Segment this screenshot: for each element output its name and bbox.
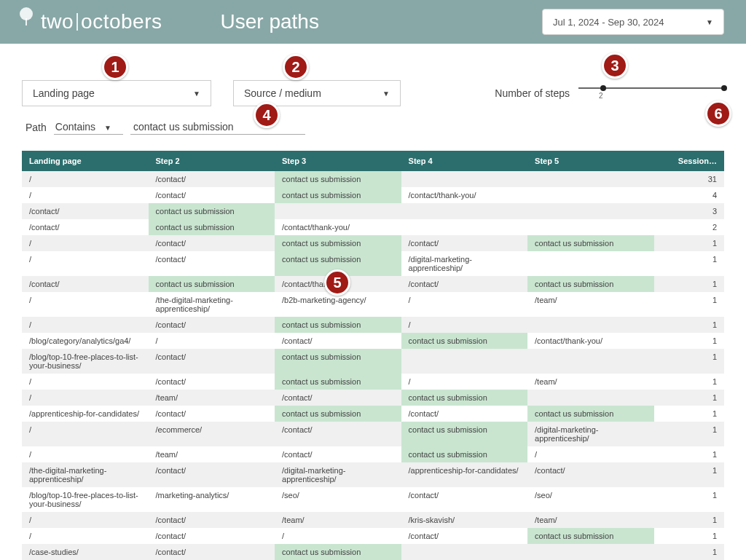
steps-slider[interactable]: 2 [578,87,724,89]
path-cell: /contact/ [401,528,528,544]
path-cell: /marketing-analytics/ [149,487,275,512]
path-cell: /contact/ [149,406,275,422]
column-header[interactable]: Step 2 [149,151,275,171]
table-row: /blog/top-10-free-places-to-list-your-bu… [22,487,724,512]
annotation-badge-6: 6 [705,100,731,127]
logo-word-2: octobers [81,10,162,33]
date-range-text: Jul 1, 2024 - Sep 30, 2024 [553,17,664,28]
path-cell: / [149,333,275,349]
sessions-cell: 1 [654,390,724,406]
column-header[interactable]: Step 3 [275,151,401,171]
path-cell: /contact/ [149,528,275,544]
column-header[interactable]: Landing page [22,151,149,171]
table-row: //contact/contact us submission/digital-… [22,251,724,276]
path-cell: /team/ [527,292,654,317]
path-cell: contact us submission [275,317,401,333]
sessions-cell: 1 [654,374,724,390]
path-cell: /contact/ [22,276,149,292]
table-row: //contact/contact us submission/contact/… [22,235,724,251]
path-cell: /team/ [527,374,654,390]
path-cell: contact us submission [275,406,401,422]
column-header[interactable]: Step 5 [527,151,654,171]
path-cell: contact us submission [527,528,654,544]
path-cell: contact us submission [401,422,528,446]
annotation-badge-3: 3 [602,52,628,79]
table-row: //contact/contact us submission/1 [22,317,724,333]
path-cell: /contact/thank-you/ [401,187,528,203]
path-cell: contact us submission [275,187,401,203]
path-cell: contact us submission [149,276,275,292]
table-row: //contact///contact/contact us submissio… [22,528,724,544]
path-cell [401,349,528,374]
path-cell: /ecommerce/ [149,422,275,446]
table-row: //contact/contact us submission31 [22,171,724,187]
path-cell: contact us submission [527,276,654,292]
paths-table-wrap: Landing pageStep 2Step 3Step 4Step 5Sess… [22,151,724,560]
filter-operator-value: Contains [55,121,95,133]
annotation-badge-4: 4 [254,102,280,128]
path-cell: / [22,422,149,446]
path-cell: contact us submission [275,544,401,560]
table-header: Landing pageStep 2Step 3Step 4Step 5Sess… [22,151,724,171]
sessions-cell: 1 [654,462,724,487]
page-title: User paths [220,10,318,33]
path-cell: /apprenticeship-for-candidates/ [22,406,149,422]
path-cell [527,219,654,235]
sessions-cell: 3 [654,203,724,219]
path-cell: / [22,446,149,462]
sessions-cell: 1 [654,487,724,512]
table-row: /contact/contact us submission3 [22,203,724,219]
path-cell: contact us submission [401,390,528,406]
path-cell [401,544,528,560]
path-cell: /case-studies/ [22,544,149,560]
path-filter-row: Path Contains ▼ contact us submission [0,114,746,141]
path-cell: / [22,251,149,276]
path-cell: / [22,187,149,203]
path-cell: / [22,292,149,317]
chevron-down-icon: ▼ [706,18,713,26]
table-row: //contact//team//kris-skavish//team/1 [22,512,724,528]
filter-operator-select[interactable]: Contains ▼ [54,119,123,135]
path-cell: contact us submission [149,203,275,219]
column-header[interactable]: Step 4 [401,151,528,171]
dimension-1-select[interactable]: Landing page ▼ [22,80,211,106]
path-cell: /contact/ [149,235,275,251]
path-cell: contact us submission [401,446,528,462]
path-cell: /team/ [275,512,401,528]
filter-value-input[interactable]: contact us submission [130,119,305,135]
path-cell: /contact/thank-you/ [527,333,654,349]
sessions-cell: 1 [654,422,724,446]
table-row: //team//contact/contact us submission1 [22,390,724,406]
column-header[interactable]: Session… [654,151,724,171]
path-cell: /seo/ [275,487,401,512]
chevron-down-icon: ▼ [104,124,111,132]
path-cell: / [275,528,401,544]
date-range-picker[interactable]: Jul 1, 2024 - Sep 30, 2024 ▼ [542,9,724,35]
path-cell [527,251,654,276]
path-cell [527,171,654,187]
path-cell: /contact/ [149,317,275,333]
path-cell: /contact/ [401,276,528,292]
sessions-cell: 1 [654,528,724,544]
path-cell: /contact/ [149,349,275,374]
path-cell: /contact/ [149,171,275,187]
path-cell: / [22,374,149,390]
paths-table: Landing pageStep 2Step 3Step 4Step 5Sess… [22,151,724,560]
path-cell: /team/ [149,390,275,406]
dimension-2-select[interactable]: Source / medium ▼ [233,80,401,106]
slider-tick-min: 2 [599,92,603,100]
path-cell: / [22,171,149,187]
table-row: /blog/top-10-free-places-to-list-your-bu… [22,349,724,374]
path-cell [275,203,401,219]
path-cell: contact us submission [275,349,401,374]
table-row: //the-digital-marketing-apprenticeship//… [22,292,724,317]
dimension-1-value: Landing page [33,87,95,99]
path-cell: /b2b-marketing-agency/ [275,292,401,317]
path-cell: /contact/ [275,446,401,462]
slider-knob-max[interactable] [721,85,727,91]
path-cell: /the-digital-marketing-apprenticeship/ [22,462,149,487]
path-cell: / [401,317,528,333]
path-cell: contact us submission [275,374,401,390]
slider-knob-min[interactable] [600,85,606,91]
path-cell: /blog/category/analytics/ga4/ [22,333,149,349]
